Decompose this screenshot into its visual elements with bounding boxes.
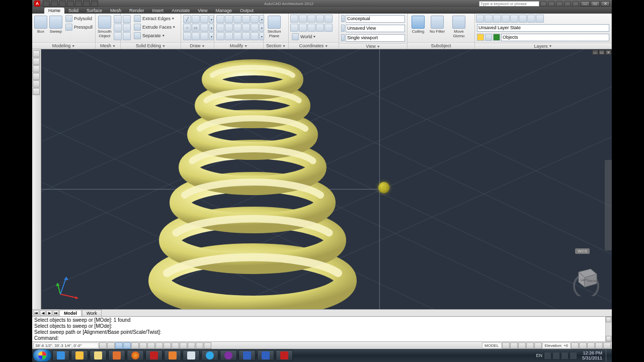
model-paper-toggle[interactable]: MODEL: [482, 342, 501, 348]
taskbar-notes-icon[interactable]: [71, 350, 88, 361]
vp-close-icon[interactable]: ✕: [605, 50, 611, 55]
qat-redo-icon[interactable]: [75, 1, 82, 7]
ucs-icon-7[interactable]: [299, 24, 307, 32]
fillet-icon[interactable]: [233, 24, 242, 32]
vt-icon-3[interactable]: [33, 65, 40, 72]
tab-insert[interactable]: Insert: [148, 8, 168, 14]
command-window[interactable]: Select objects to sweep or [MOde]: 1 fou…: [32, 316, 612, 341]
layer-ic-2[interactable]: [485, 15, 493, 23]
section-plane-button[interactable]: Section Plane: [265, 15, 283, 39]
ucs-icon-4[interactable]: [316, 15, 324, 23]
tray-net-icon[interactable]: [561, 352, 568, 359]
subtract-icon[interactable]: [123, 24, 131, 32]
maximize-button[interactable]: ▭: [591, 1, 600, 7]
tab-manage[interactable]: Manage: [212, 8, 236, 14]
copy-icon[interactable]: [225, 15, 233, 23]
intersect-icon[interactable]: [123, 32, 131, 40]
line-icon[interactable]: ╱: [183, 15, 191, 23]
mirror-icon[interactable]: [251, 15, 259, 23]
presspull-button[interactable]: Presspull: [64, 23, 94, 31]
ucs-icon-2[interactable]: [299, 15, 307, 23]
extrude-faces-button[interactable]: Extrude Faces▾: [132, 23, 177, 31]
status-tpy-icon[interactable]: [188, 342, 195, 349]
status-3dosnap-icon[interactable]: [147, 342, 155, 349]
visual-style-dropdown[interactable]: [346, 15, 405, 23]
search-input[interactable]: [479, 1, 539, 7]
exchange-icon[interactable]: [556, 1, 562, 6]
viewcube-icon[interactable]: LEFTFRONT: [569, 261, 604, 296]
status-ortho-icon[interactable]: [123, 342, 131, 349]
ucs-icon-5[interactable]: [325, 15, 333, 23]
qat-save-icon[interactable]: [59, 1, 66, 7]
trim-icon[interactable]: [216, 24, 224, 32]
status-qp-icon[interactable]: [196, 342, 203, 349]
qat-print-icon[interactable]: [83, 1, 90, 7]
align-icon[interactable]: [251, 32, 259, 40]
taskbar-firefox-icon[interactable]: [127, 350, 144, 361]
scale-icon[interactable]: [242, 32, 250, 40]
help-icon[interactable]: [573, 1, 579, 6]
tab-surface[interactable]: Surface: [83, 8, 106, 14]
ucs-icon-8[interactable]: [307, 24, 315, 32]
favorite-icon[interactable]: [565, 1, 571, 6]
ucs-icon-1[interactable]: [290, 15, 298, 23]
status-anno-icon[interactable]: [526, 342, 534, 349]
smooth-object-button[interactable]: Smooth Object: [97, 15, 112, 39]
status-snap-icon[interactable]: [107, 342, 115, 349]
vt-icon-1[interactable]: [33, 50, 40, 57]
tab-nav-first-icon[interactable]: ⏮: [33, 310, 39, 316]
status-infer-icon[interactable]: [99, 342, 107, 349]
arc-icon[interactable]: [200, 15, 208, 23]
tab-annotate[interactable]: Annotate: [168, 8, 194, 14]
taskbar-notepad-icon[interactable]: [183, 350, 200, 361]
circle-icon[interactable]: ○: [183, 24, 191, 32]
qat-new-icon[interactable]: [43, 1, 50, 7]
qat-undo-icon[interactable]: [67, 1, 74, 7]
vt-icon-4[interactable]: [33, 73, 40, 80]
work-tab[interactable]: Work: [82, 310, 102, 317]
status-hw-icon[interactable]: [587, 342, 595, 349]
world-ucs-button[interactable]: World▾: [290, 33, 337, 41]
array-icon[interactable]: [251, 24, 259, 32]
tray-up-icon[interactable]: [544, 352, 551, 359]
tab-output[interactable]: Output: [236, 8, 258, 14]
ucs-icon-6[interactable]: [290, 24, 298, 32]
sweep-button[interactable]: Sweep: [49, 15, 63, 35]
status-ws-icon[interactable]: [571, 342, 579, 349]
named-view-dropdown[interactable]: [346, 25, 405, 32]
vt-icon-2[interactable]: [33, 58, 40, 65]
status-ducs-icon[interactable]: [164, 342, 171, 349]
status-osnap-icon[interactable]: [139, 342, 147, 349]
no-filter-button[interactable]: No Filter: [428, 15, 446, 35]
minimize-button[interactable]: —: [581, 1, 590, 7]
stretch-icon[interactable]: [233, 15, 242, 23]
ucs-icon-9[interactable]: [316, 24, 324, 32]
union-icon[interactable]: [123, 15, 131, 23]
model-tab[interactable]: Model: [59, 310, 82, 317]
status-qv-drawings-icon[interactable]: [510, 342, 518, 349]
vt-icon-5[interactable]: [33, 80, 40, 87]
status-polar-icon[interactable]: [131, 342, 139, 349]
taskbar-autocad-icon[interactable]: [276, 350, 293, 361]
polyline-icon[interactable]: [192, 15, 200, 23]
tab-view[interactable]: View: [194, 8, 211, 14]
status-clean-icon[interactable]: [603, 342, 611, 349]
lang-indicator[interactable]: EN: [536, 353, 542, 358]
ucs-icon-3[interactable]: [307, 15, 315, 23]
point-icon[interactable]: [200, 32, 208, 40]
tray-vol-icon[interactable]: [570, 352, 577, 359]
viewport-dropdown[interactable]: [346, 34, 405, 42]
extend-icon[interactable]: [225, 24, 233, 32]
tray-flag-icon[interactable]: [553, 352, 559, 359]
culling-button[interactable]: Culling: [409, 15, 427, 35]
status-sc-icon[interactable]: [204, 342, 211, 349]
taskbar-ie-icon[interactable]: [52, 350, 69, 361]
taskbar-explorer-icon[interactable]: [90, 350, 107, 361]
status-qv-layouts-icon[interactable]: [502, 342, 510, 349]
status-scale-icon[interactable]: [518, 342, 526, 349]
chamfer-icon[interactable]: [242, 24, 250, 32]
cmd-scroll-up-icon[interactable]: [606, 317, 611, 322]
layer-ic-6[interactable]: [519, 15, 527, 23]
move-icon[interactable]: [216, 15, 224, 23]
rect-icon[interactable]: ▭: [192, 24, 200, 32]
